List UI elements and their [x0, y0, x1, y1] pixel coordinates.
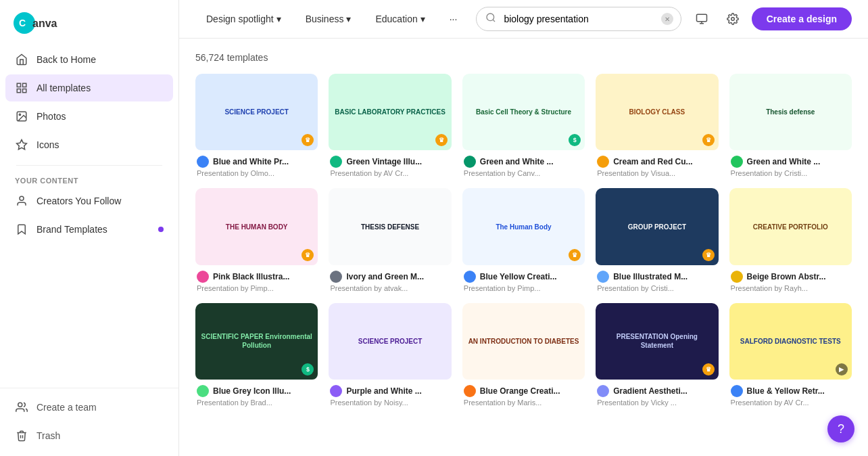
card-thumb-text: Thesis defense: [766, 108, 815, 116]
settings-btn[interactable]: [721, 7, 745, 31]
template-card-c8[interactable]: The Human Body ♛ Blue Yellow Creati... P…: [462, 188, 585, 292]
card-thumbnail: SALFORD DIAGNOSTIC TESTS ▶: [729, 303, 852, 380]
card-thumb-text: SALFORD DIAGNOSTIC TESTS: [740, 337, 841, 346]
create-design-btn[interactable]: Create a design: [752, 7, 852, 30]
sidebar-nav: Back to Home All templates Photos Icons …: [0, 46, 178, 388]
card-thumb-text: BASIC LABORATORY PRACTICES: [335, 108, 445, 116]
card-avatar: [731, 385, 743, 397]
svg-rect-14: [696, 14, 706, 22]
card-author: Presentation by Pimp...: [197, 284, 316, 292]
svg-point-10: [20, 196, 24, 200]
card-author: Presentation by Pimp...: [464, 284, 583, 292]
card-info: Cream and Red Cu... Presentation by Visu…: [596, 156, 718, 177]
card-info: Blue Illustrated M... Presentation by Cr…: [596, 271, 718, 292]
template-card-c11[interactable]: SCIENTIFIC PAPER Environmental Pollution…: [195, 303, 318, 407]
sidebar-item-label: Icons: [37, 139, 59, 150]
card-title: Purple and White ...: [346, 386, 421, 396]
card-avatar: [731, 271, 743, 283]
card-info: Blue Orange Creati... Presentation by Ma…: [462, 385, 585, 407]
card-avatar-row: Beige Brown Abstr...: [731, 271, 850, 283]
crown-badge: ♛: [702, 249, 715, 261]
template-card-c2[interactable]: BASIC LABORATORY PRACTICES ♛ Green Vinta…: [329, 74, 451, 177]
sidebar-item-create-a-team[interactable]: Create a team: [5, 394, 173, 421]
card-avatar-row: Blue and White Pr...: [197, 156, 316, 168]
card-avatar: [464, 385, 476, 397]
topbar-nav: Design spotlight ▾ Business ▾ Education …: [195, 8, 468, 30]
search-clear-btn[interactable]: ✕: [661, 13, 673, 25]
template-card-c7[interactable]: THESIS DEFENSE Ivory and Green M... Pres…: [329, 188, 451, 292]
card-thumbnail: SCIENCE PROJECT: [329, 303, 451, 380]
chevron-down-icon: ▾: [420, 14, 425, 24]
sidebar-item-back-to-home[interactable]: Back to Home: [5, 46, 173, 73]
card-author: Presentation by Visua...: [597, 169, 717, 177]
card-avatar: [731, 156, 743, 168]
person-icon: [15, 194, 28, 208]
team-icon: [15, 401, 28, 414]
template-card-c1[interactable]: SCIENCE PROJECT ♛ Blue and White Pr... P…: [195, 74, 318, 177]
search-input[interactable]: [476, 7, 681, 31]
svg-marker-9: [17, 140, 27, 150]
design-spotlight-btn[interactable]: Design spotlight ▾: [195, 8, 292, 30]
sidebar-item-label: Brand Templates: [37, 224, 107, 235]
education-btn[interactable]: Education ▾: [364, 8, 435, 30]
sidebar-item-label: Photos: [37, 111, 66, 122]
sidebar-item-icons[interactable]: Icons: [5, 131, 173, 158]
card-author: Presentation by Brad...: [197, 398, 316, 407]
crown-badge: ♛: [302, 134, 314, 146]
sidebar-item-brand-templates[interactable]: Brand Templates: [5, 216, 173, 243]
template-card-c5[interactable]: Thesis defense Green and White ... Prese…: [729, 74, 852, 177]
template-card-c12[interactable]: SCIENCE PROJECT Purple and White ... Pre…: [329, 303, 451, 407]
sidebar-item-all-templates[interactable]: All templates: [5, 74, 173, 101]
card-title: Blue Grey Icon Illu...: [213, 386, 291, 396]
device-btn[interactable]: [690, 7, 714, 31]
sidebar-item-label: Back to Home: [37, 54, 96, 65]
template-card-c4[interactable]: BIOLOGY CLASS ♛ Cream and Red Cu... Pres…: [596, 74, 718, 177]
crown-badge: ♛: [569, 249, 581, 261]
more-btn[interactable]: ···: [439, 8, 468, 30]
main-area: Design spotlight ▾ Business ▾ Education …: [179, 0, 868, 456]
sidebar-item-creators-you-follow[interactable]: Creators You Follow: [5, 187, 173, 214]
template-card-c15[interactable]: SALFORD DIAGNOSTIC TESTS ▶ Blue & Yellow…: [729, 303, 852, 407]
card-avatar: [330, 385, 342, 397]
card-avatar: [597, 271, 609, 283]
card-avatar-row: Blue Orange Creati...: [464, 385, 583, 397]
card-avatar: [464, 156, 476, 168]
card-info: Blue and White Pr... Presentation by Olm…: [195, 156, 318, 177]
sidebar-item-trash[interactable]: Trash: [5, 422, 173, 449]
card-title: Blue and White Pr...: [213, 157, 289, 166]
svg-point-12: [487, 14, 494, 21]
card-title: Green and White ...: [480, 157, 554, 166]
sidebar-item-photos[interactable]: Photos: [5, 103, 173, 130]
card-thumb-text: Basic Cell Theory & Structure: [476, 108, 571, 116]
business-btn[interactable]: Business ▾: [295, 8, 362, 30]
card-thumbnail: THE HUMAN BODY ♛: [195, 188, 318, 265]
card-title: Gradient Aestheti...: [613, 386, 688, 396]
card-avatar-row: Blue Grey Icon Illu...: [197, 385, 316, 397]
template-card-c13[interactable]: AN INTRODUCTION TO DIABETES Blue Orange …: [462, 303, 585, 407]
card-thumb-text: SCIENTIFIC PAPER Environmental Pollution: [201, 332, 312, 350]
card-title: Pink Black Illustra...: [213, 272, 289, 281]
your-content-label: Your Content: [5, 171, 173, 187]
template-card-c14[interactable]: PRESENTATION Opening Statement ♛ Gradien…: [596, 303, 718, 407]
card-avatar: [197, 156, 209, 168]
card-info: Beige Brown Abstr... Presentation by Ray…: [729, 271, 852, 292]
card-avatar-row: Cream and Red Cu...: [597, 156, 717, 168]
chevron-down-icon: ▾: [346, 14, 351, 24]
help-button[interactable]: ?: [827, 415, 854, 442]
card-author: Presentation by atvak...: [330, 284, 450, 292]
card-avatar-row: Green Vintage Illu...: [330, 156, 450, 168]
template-card-c6[interactable]: THE HUMAN BODY ♛ Pink Black Illustra... …: [195, 188, 318, 292]
topbar: Design spotlight ▾ Business ▾ Education …: [179, 0, 868, 39]
template-card-c3[interactable]: Basic Cell Theory & Structure $ Green an…: [462, 74, 585, 177]
card-thumbnail: Basic Cell Theory & Structure $: [462, 74, 585, 150]
card-info: Blue Grey Icon Illu... Presentation by B…: [195, 385, 318, 407]
card-thumb-text: BIOLOGY CLASS: [629, 108, 685, 116]
template-card-c10[interactable]: CREATIVE PORTFOLIO Beige Brown Abstr... …: [729, 188, 852, 292]
card-thumbnail: The Human Body ♛: [462, 188, 585, 265]
template-card-c9[interactable]: GROUP PROJECT ♛ Blue Illustrated M... Pr…: [596, 188, 718, 292]
card-info: Pink Black Illustra... Presentation by P…: [195, 271, 318, 292]
templates-count: 56,724 templates: [195, 52, 852, 63]
card-info: Ivory and Green M... Presentation by atv…: [329, 271, 451, 292]
card-title: Ivory and Green M...: [346, 272, 424, 281]
content-area: 56,724 templates SCIENCE PROJECT ♛ Blue …: [179, 39, 868, 456]
